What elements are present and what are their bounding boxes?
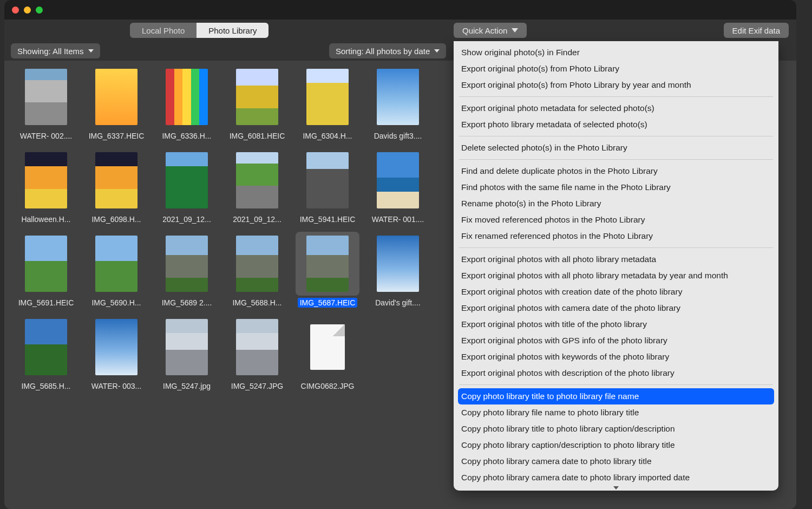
photo-cell[interactable]: David's gift.... — [364, 232, 432, 308]
photo-filename: Halloween.H... — [19, 214, 73, 224]
menu-separator — [459, 96, 773, 97]
edit-exif-button[interactable]: Edit Exif data — [724, 23, 789, 38]
maximize-icon[interactable] — [36, 6, 43, 14]
menu-item[interactable]: Fix moved referenced photos in the Photo… — [454, 212, 778, 228]
photo-filename: WATER- 001.... — [370, 214, 426, 224]
photo-cell[interactable]: IMG_6098.H... — [82, 148, 150, 224]
menu-item[interactable]: Copy photo library camera date to photo … — [454, 453, 778, 469]
menu-item[interactable]: Export original photos with creation dat… — [454, 284, 778, 300]
menu-item[interactable]: Export original photos with keywords of … — [454, 349, 778, 365]
photo-filename: CIMG0682.JPG — [299, 381, 357, 391]
menu-item[interactable]: Export original photos with all photo li… — [454, 267, 778, 284]
minimize-icon[interactable] — [24, 6, 31, 14]
menu-item[interactable]: Find photos with the same file name in t… — [454, 179, 778, 195]
photo-cell[interactable]: IMG_5688.H... — [223, 232, 291, 308]
photo-filename: IMG_6337.HEIC — [87, 131, 147, 141]
photo-filename: WATER- 002.... — [18, 131, 74, 141]
menu-item[interactable]: Export photo library metadata of selecte… — [454, 116, 778, 133]
photo-cell[interactable]: Halloween.H... — [12, 148, 80, 224]
menu-item[interactable]: Find and delete duplicate photos in the … — [454, 163, 778, 179]
photo-cell[interactable]: CIMG0682.JPG — [293, 315, 362, 391]
thumbnail-image — [377, 152, 419, 208]
menu-item[interactable]: Copy photo library file name to photo li… — [454, 404, 778, 421]
titlebar — [4, 0, 796, 19]
menu-item[interactable]: Export original photos with title of the… — [454, 316, 778, 332]
menu-item[interactable]: Fix renamed referenced photos in the Pho… — [454, 228, 778, 244]
menu-item[interactable]: Export original photo metadata for selec… — [454, 100, 778, 116]
menu-item[interactable]: Export original photos with camera date … — [454, 300, 778, 316]
menu-separator — [459, 247, 773, 248]
thumbnail-image — [306, 152, 349, 208]
thumbnail-frame — [296, 148, 359, 212]
photo-cell[interactable]: IMG_5247.JPG — [223, 315, 291, 391]
photo-cell[interactable]: IMG_6304.H... — [293, 65, 362, 141]
photo-cell[interactable]: 2021_09_12... — [223, 148, 291, 224]
menu-item[interactable]: Show original photo(s) in Finder — [454, 44, 778, 61]
photo-cell[interactable]: IMG_6337.HEIC — [82, 65, 150, 141]
menu-item[interactable]: Copy photo library camera date to photo … — [454, 469, 778, 486]
menu-item[interactable]: Delete selected photo(s) in the Photo Li… — [454, 140, 778, 156]
thumbnail-image — [95, 69, 137, 125]
quick-action-label: Quick Action — [462, 26, 507, 35]
menu-item[interactable]: Export original photo(s) from Photo Libr… — [454, 77, 778, 93]
thumbnail-frame — [84, 232, 148, 296]
thumbnail-frame — [296, 65, 359, 129]
photo-cell[interactable]: IMG_5687.HEIC — [293, 232, 362, 308]
thumbnail-image — [306, 236, 349, 292]
showing-filter[interactable]: Showing: All Items — [11, 43, 100, 58]
thumbnail-image — [236, 69, 278, 125]
menu-item[interactable]: Export original photos with GPS info of … — [454, 332, 778, 349]
photo-filename: IMG_5691.HEIC — [16, 298, 76, 308]
chevron-down-icon — [88, 49, 94, 53]
thumbnail-frame — [225, 315, 289, 379]
thumbnail-frame — [366, 232, 430, 296]
photo-cell[interactable]: 2021_09_12... — [153, 148, 221, 224]
photo-cell[interactable]: WATER- 002.... — [12, 65, 80, 141]
photo-filename: IMG_5690.H... — [89, 298, 143, 308]
photo-cell[interactable]: IMG_5690.H... — [82, 232, 150, 308]
menu-separator — [459, 136, 773, 136]
menu-item[interactable]: Copy photo library title to photo librar… — [458, 388, 774, 404]
photo-filename: IMG_5689 2.... — [160, 298, 214, 308]
close-icon[interactable] — [12, 6, 19, 14]
thumbnail-image — [166, 236, 208, 292]
menu-item[interactable]: Export original photos with description … — [454, 365, 778, 381]
thumbnail-image — [236, 152, 278, 208]
photo-filename: 2021_09_12... — [231, 214, 284, 224]
thumbnail-image — [95, 236, 137, 292]
thumbnail-frame — [296, 315, 359, 379]
thumbnail-image — [25, 152, 67, 208]
photo-cell[interactable]: IMG_5689 2.... — [153, 232, 221, 308]
photo-filename: IMG_5687.HEIC — [298, 298, 358, 308]
chevron-down-icon — [512, 28, 518, 32]
menu-item[interactable]: Copy photo library title to photo librar… — [454, 421, 778, 437]
photo-cell[interactable]: IMG_5685.H... — [12, 315, 80, 391]
thumbnail-frame — [155, 232, 219, 296]
tab-photo-library[interactable]: Photo Library — [197, 23, 269, 38]
sorting-filter[interactable]: Sorting: All photos by date — [329, 43, 446, 58]
tab-local-photo[interactable]: Local Photo — [130, 23, 197, 38]
photo-cell[interactable]: Davids gift3.... — [364, 65, 432, 141]
photo-filename: Davids gift3.... — [372, 131, 424, 141]
thumbnail-frame — [155, 65, 219, 129]
photo-cell[interactable]: WATER- 003... — [82, 315, 150, 391]
quick-action-button[interactable]: Quick Action — [454, 23, 527, 38]
photo-cell[interactable]: IMG_5941.HEIC — [293, 148, 362, 224]
photo-cell[interactable]: IMG_6336.H... — [153, 65, 221, 141]
menu-item[interactable]: Copy original photos camera date to phot… — [454, 486, 778, 491]
menu-item[interactable]: Rename photo(s) in the Photo Library — [454, 195, 778, 212]
photo-filename: WATER- 003... — [89, 381, 144, 391]
menu-item[interactable]: Copy photo library caption/description t… — [454, 437, 778, 453]
menu-item[interactable]: Export original photos with all photo li… — [454, 251, 778, 267]
photo-cell[interactable]: IMG_6081.HEIC — [223, 65, 291, 141]
menu-separator — [459, 159, 773, 160]
quick-action-menu[interactable]: Show original photo(s) in FinderExport o… — [454, 41, 778, 491]
photo-cell[interactable]: WATER- 001.... — [364, 148, 432, 224]
photo-cell[interactable]: IMG_5247.jpg — [153, 315, 221, 391]
menu-item[interactable]: Export original photo(s) from Photo Libr… — [454, 61, 778, 77]
thumbnail-frame — [14, 232, 78, 296]
app-window: Local Photo Photo Library Quick Action E… — [4, 0, 796, 509]
photo-filename: IMG_6336.H... — [160, 131, 213, 141]
photo-cell[interactable]: IMG_5691.HEIC — [12, 232, 80, 308]
thumbnail-image — [306, 69, 349, 125]
